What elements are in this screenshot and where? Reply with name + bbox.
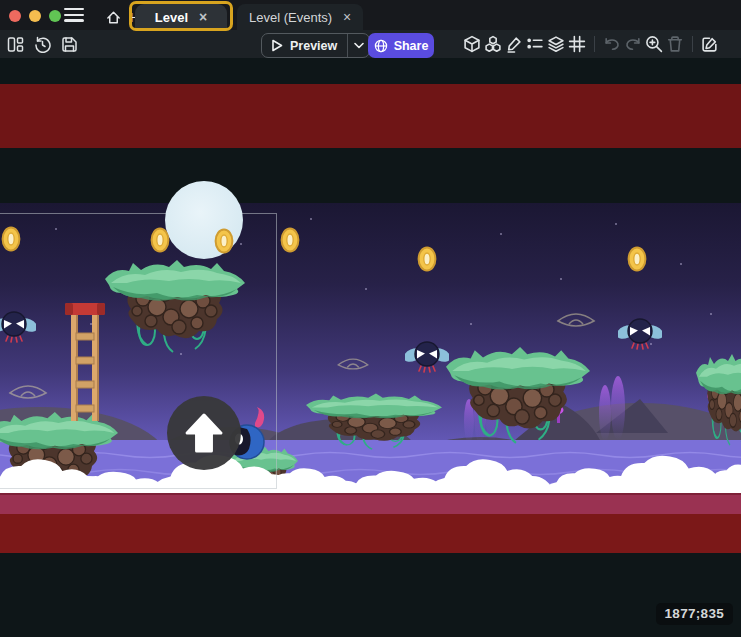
play-icon <box>271 39 283 52</box>
toolbar-right-group <box>462 30 720 58</box>
toolbar-left-group <box>5 30 79 58</box>
toolbar-separator <box>692 36 693 52</box>
share-button[interactable]: Share <box>368 33 434 58</box>
save-icon[interactable] <box>59 33 79 55</box>
background-band-magenta <box>0 493 741 514</box>
floating-island[interactable] <box>105 259 245 355</box>
background-band-red-bottom <box>0 514 741 553</box>
home-icon <box>106 10 121 25</box>
flying-enemy[interactable] <box>618 315 662 353</box>
coin[interactable] <box>280 227 300 253</box>
trash-icon[interactable] <box>665 33 685 55</box>
object-3d-icon[interactable] <box>462 33 482 55</box>
close-tab-icon[interactable]: × <box>199 10 207 24</box>
tab-level[interactable]: Level × <box>135 4 227 30</box>
tab-label: Level (Events) <box>249 10 332 25</box>
coin[interactable] <box>1 226 21 252</box>
floating-island[interactable] <box>696 353 741 448</box>
coin[interactable] <box>150 227 170 253</box>
panels-icon[interactable] <box>5 33 25 55</box>
preview-dropdown[interactable] <box>347 34 369 57</box>
coin[interactable] <box>417 246 437 272</box>
tab-level-events[interactable]: Level (Events) × <box>237 4 363 30</box>
preview-label: Preview <box>290 39 337 53</box>
cursor-coordinates: 1877;835 <box>656 603 733 625</box>
grid-icon[interactable] <box>567 33 587 55</box>
close-tab-icon[interactable]: × <box>343 10 351 24</box>
cloud <box>425 455 555 493</box>
tab-label: Level <box>155 10 188 25</box>
maximize-window-button[interactable] <box>49 10 61 22</box>
window-controls <box>9 10 61 22</box>
instances-list-icon[interactable] <box>525 33 545 55</box>
layers-icon[interactable] <box>546 33 566 55</box>
floating-island[interactable] <box>306 393 442 451</box>
background-band-red-top <box>0 84 741 148</box>
coin[interactable] <box>214 228 234 254</box>
share-label: Share <box>394 39 429 53</box>
coin[interactable] <box>627 246 647 272</box>
app-window: 1877;835 Home Level × Level (Events) × <box>0 0 741 637</box>
history-icon[interactable] <box>32 33 52 55</box>
redo-icon[interactable] <box>623 33 643 55</box>
undo-icon[interactable] <box>602 33 622 55</box>
zoom-in-icon[interactable] <box>644 33 664 55</box>
toolbar: Preview Share <box>0 30 741 58</box>
globe-icon <box>374 39 388 53</box>
flying-enemy[interactable] <box>405 338 449 376</box>
flying-enemy[interactable] <box>0 308 36 346</box>
toolbar-separator <box>594 36 595 52</box>
chevron-down-icon <box>354 42 364 49</box>
title-bar: Home Level × Level (Events) × <box>0 0 741 30</box>
edit-pencil-icon[interactable] <box>504 33 524 55</box>
objects-group-icon[interactable] <box>483 33 503 55</box>
preview-button[interactable]: Preview <box>261 33 370 58</box>
edit-scene-icon[interactable] <box>700 33 720 55</box>
minimize-window-button[interactable] <box>29 10 41 22</box>
ladder[interactable] <box>65 303 105 421</box>
jump-button[interactable] <box>167 396 241 470</box>
floating-island[interactable] <box>446 346 590 446</box>
cloud <box>698 461 741 493</box>
menu-icon[interactable] <box>64 8 84 23</box>
close-window-button[interactable] <box>9 10 21 22</box>
arrow-up-icon <box>185 413 223 453</box>
